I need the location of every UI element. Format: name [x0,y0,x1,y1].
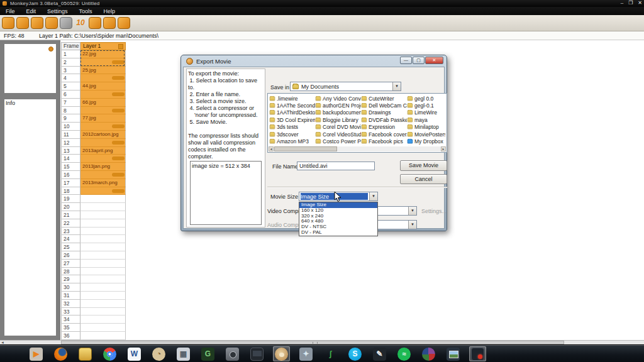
frame-number[interactable]: 33 [61,308,80,316]
spotify-taskbar-button[interactable]: ≈ [396,346,413,361]
frame-number[interactable]: 25 [61,243,80,251]
folder-item[interactable]: 3dscover [269,131,315,138]
folder-item[interactable]: Fax [361,145,407,146]
frame-number[interactable]: 20 [61,203,80,211]
layer-cell[interactable] [80,123,126,131]
layer-cell[interactable] [80,283,126,292]
media-player-taskbar-button[interactable]: ▶ [28,346,45,361]
dialog-titlebar[interactable]: Export Movie — ▢ ✕ [183,57,445,67]
save-movie-button[interactable]: Save Movie [400,160,447,171]
layer-cell[interactable] [80,300,126,308]
settings-button[interactable]: Settings... [421,208,447,214]
frame-number[interactable]: 24 [61,235,80,243]
menu-help[interactable]: Help [98,8,121,14]
dialog-close-button[interactable]: ✕ [425,57,443,64]
chevron-down-icon[interactable]: ▼ [392,82,401,90]
layer-cell[interactable]: 2013april.png [80,147,126,155]
maximize-button[interactable]: ❐ [628,0,633,6]
folder-item[interactable]: Costco Powerpoint [315,145,361,146]
frame-number[interactable]: 21 [61,211,80,219]
menu-settings[interactable]: Settings [42,8,74,14]
skype-taskbar-button[interactable]: S [347,346,364,361]
scroll-right-icon[interactable]: ► [441,146,446,151]
layer-cell[interactable] [80,235,126,243]
paint-taskbar-button[interactable]: ◔ [150,346,167,361]
layer-cell[interactable] [80,155,126,163]
folder-item[interactable]: .limewire [269,95,315,102]
folder-item[interactable]: Costco Power Po... [315,138,361,145]
explorer-taskbar-button[interactable] [77,346,94,361]
layer-cell[interactable] [80,275,126,283]
frame-number[interactable]: 10 [61,123,80,131]
frame-number[interactable]: 27 [61,260,80,268]
folder-item[interactable]: DVDFab Passkey [361,116,407,123]
folder-item[interactable]: Bloggie Library [315,116,361,123]
layer-cell[interactable] [80,107,126,115]
frame-number[interactable]: 17 [61,179,80,187]
folder-item[interactable]: CuteWriter [361,95,407,102]
dialog-minimize-button[interactable]: — [400,57,412,64]
calculator-taskbar-button[interactable]: ▦ [175,346,192,361]
layer-cell[interactable] [80,332,126,340]
frame-number[interactable]: 5 [61,82,80,90]
frame-number[interactable]: 31 [61,292,80,300]
layer-cell[interactable]: 25.jpg [80,67,126,75]
firefox-taskbar-button[interactable] [52,346,69,361]
main-horizontal-scrollbar[interactable]: ◄ [0,340,644,344]
frame-number[interactable]: 11 [61,131,80,139]
layer-cell[interactable]: 44.jpg [80,82,126,90]
import-icon[interactable] [45,17,58,29]
pen-taskbar-button[interactable]: ✎ [371,346,388,361]
folder-item[interactable]: Corel VideoStudi... [315,131,361,138]
layer-cell[interactable] [80,203,126,211]
layer-cell[interactable] [80,228,126,236]
frame-number[interactable]: 16 [61,171,80,179]
minimize-button[interactable]: – [621,0,623,6]
folder-item[interactable]: backupdocuments [315,109,361,116]
camera-taskbar-button[interactable] [224,346,241,361]
folder-item[interactable]: 1AAThe Second ... [269,102,315,109]
scroll-left-icon[interactable]: ◄ [269,146,274,151]
layer-column-header[interactable]: Layer 1 [80,42,126,50]
folder-item[interactable]: Facebook cover... [361,131,407,138]
layer-cell[interactable]: 22.jpg [80,50,126,58]
frame-number[interactable]: 30 [61,283,80,292]
movie-maker-taskbar-button[interactable]: ✦ [297,346,314,361]
folder-item[interactable]: My Dropbox [407,138,445,145]
layer-cell[interactable] [80,58,126,67]
layer-cell[interactable] [80,308,126,316]
frame-number[interactable]: 36 [61,332,80,340]
menu-edit[interactable]: Edit [21,8,42,14]
folder-list[interactable]: .limewire1AAThe Second ...1AAThirdDeskto… [267,93,447,153]
save-icon[interactable] [31,17,43,29]
layer-cell[interactable]: 2013jan.png [80,163,126,171]
layer-cell[interactable]: 2012cartoon.jpg [80,131,126,139]
layer-cell[interactable] [80,187,126,195]
folder-item[interactable]: gegl-0.1 [407,102,445,109]
layer-cell[interactable] [80,195,126,203]
frame-number[interactable]: 26 [61,251,80,260]
layer-cell[interactable] [80,260,126,268]
layer-cell[interactable] [80,219,126,228]
folder-item[interactable]: Facebook pics [361,138,407,145]
media-center-taskbar-button[interactable] [248,346,265,361]
chevron-down-icon[interactable]: ▼ [369,192,377,200]
folder-item[interactable]: Any Video Conve... [315,95,361,102]
dialog-maximize-button[interactable]: ▢ [413,57,425,64]
save-in-combobox[interactable]: My Documents ▼ [290,82,401,91]
frame-number[interactable]: 22 [61,219,80,228]
frame-number[interactable]: 1 [61,50,80,58]
folder-item[interactable]: Minilaptop [407,124,445,131]
preview-icon[interactable] [103,17,116,29]
capture-icon[interactable] [89,17,101,29]
menu-file[interactable]: File [0,8,21,14]
frame-number[interactable]: 4 [61,74,80,82]
frame-number[interactable]: 35 [61,324,80,332]
fps-10-icon[interactable]: 10 [74,17,87,29]
folder-item[interactable]: authorGEN Proje... [315,102,361,109]
frame-number[interactable]: 34 [61,315,80,324]
frame-number[interactable]: 28 [61,268,80,276]
screen-recorder-taskbar-button[interactable] [469,346,486,361]
frame-number[interactable]: 15 [61,163,80,171]
frame-number[interactable]: 6 [61,90,80,99]
